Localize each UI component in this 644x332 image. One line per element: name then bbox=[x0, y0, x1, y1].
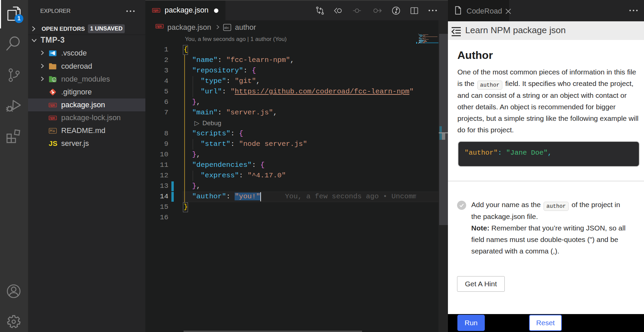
svg-text:js: js bbox=[53, 79, 55, 82]
svg-text:npm: npm bbox=[50, 103, 55, 107]
svg-text:npm: npm bbox=[50, 116, 55, 120]
svg-text:npm: npm bbox=[153, 8, 159, 13]
svg-text:npm: npm bbox=[157, 24, 162, 28]
svg-text:abc: abc bbox=[224, 26, 229, 29]
